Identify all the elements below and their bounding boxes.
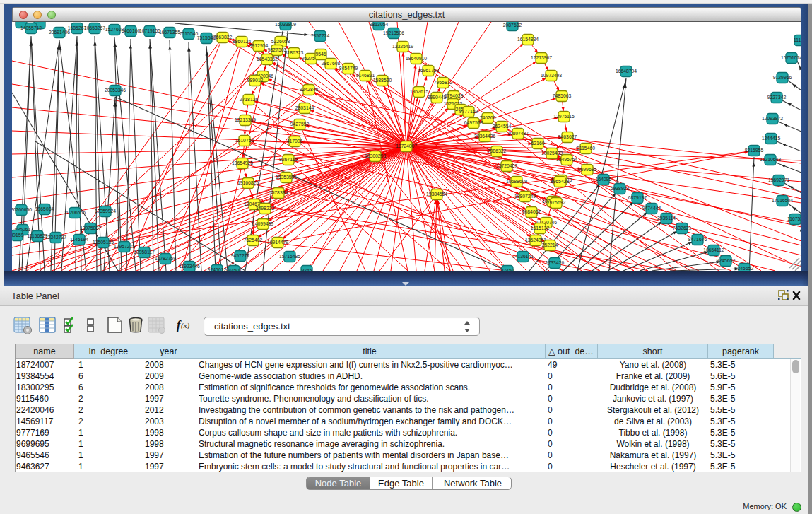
svg-text:9457271: 9457271 <box>231 253 250 258</box>
svg-text:14136141: 14136141 <box>512 254 534 259</box>
svg-text:10807487: 10807487 <box>507 131 529 136</box>
svg-text:7663822: 7663822 <box>213 35 233 40</box>
svg-text:12093872: 12093872 <box>762 116 783 121</box>
svg-text:8912954: 8912954 <box>249 43 269 48</box>
svg-text:20364436: 20364436 <box>474 134 495 139</box>
svg-text:6879197: 6879197 <box>628 195 647 200</box>
svg-text:18724007: 18724007 <box>396 144 417 148</box>
svg-text:20691406: 20691406 <box>49 30 70 35</box>
svg-text:10958117: 10958117 <box>134 250 155 255</box>
svg-text:16914479: 16914479 <box>267 240 288 245</box>
svg-text:15495754: 15495754 <box>556 157 577 162</box>
svg-text:8215955: 8215955 <box>745 148 764 153</box>
svg-text:19218506: 19218506 <box>383 30 404 35</box>
svg-text:16671355: 16671355 <box>159 30 180 35</box>
svg-text:9115460: 9115460 <box>577 146 595 151</box>
svg-text:746266: 746266 <box>480 115 496 120</box>
svg-text:3498222: 3498222 <box>256 206 275 211</box>
svg-text:9242848: 9242848 <box>300 87 319 92</box>
svg-text:17359924: 17359924 <box>95 209 116 214</box>
svg-text:9777169: 9777169 <box>459 109 478 114</box>
svg-text:1244415: 1244415 <box>762 136 781 141</box>
svg-text:13975887: 13975887 <box>80 226 101 230</box>
svg-text:2867608: 2867608 <box>322 61 341 66</box>
svg-text:1975692: 1975692 <box>547 200 566 205</box>
svg-text:18807249: 18807249 <box>514 194 536 199</box>
svg-text:9084067: 9084067 <box>522 209 541 214</box>
svg-text:12342737: 12342737 <box>45 235 66 240</box>
svg-text:7986322: 7986322 <box>488 148 507 153</box>
svg-text:8860124: 8860124 <box>233 39 252 44</box>
svg-text:39159: 39159 <box>12 233 24 238</box>
svg-text:12975115: 12975115 <box>553 114 575 119</box>
svg-text:9245012: 9245012 <box>208 267 227 271</box>
svg-text:10973493: 10973493 <box>541 73 562 78</box>
svg-text:7625402: 7625402 <box>244 238 263 243</box>
svg-text:10688609: 10688609 <box>506 179 527 184</box>
svg-text:13524851: 13524851 <box>525 238 546 243</box>
svg-text:1733426: 1733426 <box>546 260 565 265</box>
svg-text:7485063: 7485063 <box>553 93 572 98</box>
svg-text:9129966: 9129966 <box>773 75 792 80</box>
svg-text:6466160: 6466160 <box>122 28 141 33</box>
svg-text:20053346: 20053346 <box>105 88 126 93</box>
svg-text:7515546: 7515546 <box>180 31 199 36</box>
svg-text:944501: 944501 <box>226 268 242 271</box>
svg-text:7955812: 7955812 <box>434 80 453 85</box>
svg-text:9463627: 9463627 <box>558 134 577 139</box>
svg-text:9146821: 9146821 <box>356 73 375 78</box>
svg-text:92450: 92450 <box>501 268 514 271</box>
svg-text:989012: 989012 <box>247 78 264 83</box>
svg-text:5938923: 5938923 <box>611 186 630 191</box>
svg-text:14099489: 14099489 <box>252 221 273 226</box>
svg-text:16210643: 16210643 <box>760 157 781 162</box>
svg-text:7357224: 7357224 <box>311 33 330 38</box>
svg-text:9427552: 9427552 <box>290 122 310 127</box>
svg-text:18640910: 18640910 <box>406 56 427 61</box>
svg-text:11923446: 11923446 <box>179 264 200 269</box>
svg-text:15720407: 15720407 <box>496 163 517 168</box>
svg-text:18300293: 18300293 <box>365 153 386 158</box>
svg-text:2087682: 2087682 <box>503 23 522 28</box>
svg-text:62160: 62160 <box>531 141 545 146</box>
svg-text:2718126: 2718126 <box>240 97 259 102</box>
svg-text:26260650: 26260650 <box>12 207 32 212</box>
svg-text:1610755: 1610755 <box>235 138 254 143</box>
svg-text:1362615: 1362615 <box>410 89 429 94</box>
svg-text:16648794: 16648794 <box>616 69 637 74</box>
svg-text:6794028: 6794028 <box>445 93 464 98</box>
svg-text:15353594: 15353594 <box>276 175 297 180</box>
svg-text:8454749: 8454749 <box>339 66 358 71</box>
svg-text:10025433: 10025433 <box>541 151 563 156</box>
svg-text:9474444: 9474444 <box>642 206 661 211</box>
svg-text:1965084: 1965084 <box>35 206 54 211</box>
svg-text:3624554: 3624554 <box>493 124 512 129</box>
svg-text:15716485: 15716485 <box>279 254 300 259</box>
svg-text:9699695: 9699695 <box>578 167 597 172</box>
svg-text:13325419: 13325419 <box>392 44 413 49</box>
svg-text:417006: 417006 <box>287 139 303 144</box>
svg-text:15751074: 15751074 <box>781 55 801 60</box>
svg-text:1588520: 1588520 <box>373 78 392 83</box>
svg-text:1615132: 1615132 <box>531 226 550 230</box>
svg-text:252214: 252214 <box>542 243 558 247</box>
svg-text:(x): (x) <box>181 321 190 330</box>
svg-text:17957275: 17957275 <box>114 244 135 249</box>
svg-text:2803144: 2803144 <box>295 105 314 110</box>
svg-text:9227342: 9227342 <box>767 95 787 100</box>
svg-text:5578334: 5578334 <box>269 190 288 195</box>
svg-text:11121: 11121 <box>794 37 801 42</box>
svg-text:10719155: 10719155 <box>139 28 160 33</box>
svg-text:9827503: 9827503 <box>268 47 287 52</box>
svg-text:17016504: 17016504 <box>772 198 793 203</box>
svg-text:12213369: 12213369 <box>235 117 256 122</box>
svg-text:1145194: 1145194 <box>70 237 88 242</box>
svg-text:6497568: 6497568 <box>464 120 483 125</box>
svg-text:14055712: 14055712 <box>20 25 42 30</box>
svg-text:10653267: 10653267 <box>84 25 105 30</box>
svg-text:2935114: 2935114 <box>657 216 676 221</box>
svg-text:16543362: 16543362 <box>257 57 278 62</box>
svg-text:8186323: 8186323 <box>285 50 304 55</box>
svg-text:19384554: 19384554 <box>426 192 447 197</box>
svg-text:164095: 164095 <box>596 177 612 182</box>
